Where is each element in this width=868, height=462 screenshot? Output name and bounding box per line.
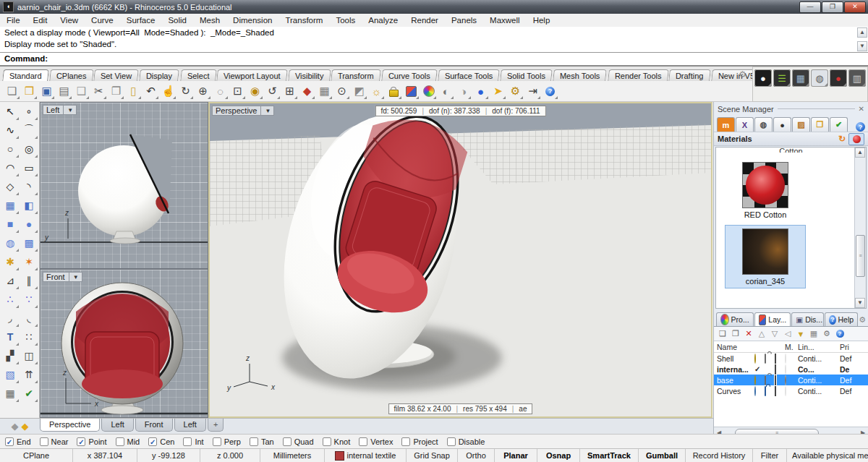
- maxwell-sphere-select-button[interactable]: ◍: [811, 69, 828, 87]
- maxwell-multilight-button[interactable]: ☰: [773, 69, 791, 87]
- toggle-gumball[interactable]: Gumball: [639, 449, 686, 462]
- toolbar-shade-sphere-2-button[interactable]: ◑: [455, 82, 472, 100]
- scene-check-tab[interactable]: ✔: [830, 117, 848, 132]
- toolbar-tab-select[interactable]: Select: [180, 69, 216, 81]
- tool-fillet-button[interactable]: ◞: [1, 309, 20, 328]
- osnap-int[interactable]: Int: [183, 437, 203, 446]
- tool-chamfer-button[interactable]: ◟: [20, 309, 38, 328]
- close-icon[interactable]: ✕: [859, 105, 864, 113]
- toolbar-layer-state-button[interactable]: [403, 82, 420, 100]
- tool-surface-patch-button[interactable]: ▦: [1, 196, 20, 215]
- menu-solid[interactable]: Solid: [161, 14, 193, 27]
- command-input[interactable]: Command:: [0, 53, 868, 67]
- toolbar-render-sphere-button[interactable]: ●: [472, 82, 489, 100]
- tool-surface-button[interactable]: ◧: [20, 196, 38, 215]
- layer-color-swatch[interactable]: [775, 364, 776, 375]
- chevron-down-icon[interactable]: ▼: [67, 107, 73, 114]
- toolbar-tab-viewport-layout[interactable]: Viewport Layout: [216, 69, 287, 81]
- diamond-icon[interactable]: ◆: [22, 421, 29, 432]
- toolbar-tab-visibility[interactable]: Visibility: [288, 69, 331, 81]
- maxwell-display-button[interactable]: ▦: [792, 69, 809, 87]
- tool-array-grid-button[interactable]: ▦: [1, 384, 20, 403]
- layer-color-swatch[interactable]: [775, 386, 776, 396]
- scene-materials-tab[interactable]: m: [717, 117, 735, 132]
- osnap-point[interactable]: ✓Point: [77, 437, 106, 446]
- checkbox-unchecked-icon[interactable]: [359, 437, 367, 446]
- menu-maxwell[interactable]: Maxwell: [483, 14, 527, 27]
- toolbar-tab-surface-tools[interactable]: Surface Tools: [438, 69, 500, 81]
- menu-mesh[interactable]: Mesh: [193, 14, 226, 27]
- viewport-front[interactable]: z x Front ▼: [40, 269, 208, 418]
- toolbar-lock-button[interactable]: [386, 82, 402, 100]
- toolbar-print-button[interactable]: ▤: [56, 82, 72, 100]
- layers-filter-button[interactable]: ▼: [795, 328, 807, 340]
- viewport-add-tab-button[interactable]: +: [208, 419, 224, 432]
- tool-rectangle-button[interactable]: ▭: [20, 158, 38, 177]
- layers-new-layer-button[interactable]: ❏: [717, 328, 728, 340]
- toolbar-open-file-button[interactable]: ❒: [21, 82, 38, 100]
- scene-folder-tab[interactable]: ❒: [811, 117, 829, 132]
- viewport-left[interactable]: z y Left ▼: [40, 102, 208, 269]
- toggle-planar[interactable]: Planar: [495, 449, 537, 462]
- osnap-vertex[interactable]: Vertex: [359, 437, 393, 446]
- checkbox-unchecked-icon[interactable]: [183, 437, 192, 446]
- checkbox-unchecked-icon[interactable]: [250, 437, 258, 446]
- layers-move-up-button[interactable]: △: [756, 328, 767, 340]
- scrollbar-thumb[interactable]: ≡: [856, 235, 865, 277]
- toolbar-plan-view-button[interactable]: ▦: [316, 82, 333, 100]
- toolbar-named-view-button[interactable]: ◆: [299, 82, 315, 100]
- toolbar-rotate-view-button[interactable]: ↻: [177, 82, 194, 100]
- toolbar-options-gear-button[interactable]: ⚙: [507, 82, 524, 100]
- toolbar-tab-drafting[interactable]: Drafting: [669, 69, 711, 81]
- toolbar-lamp-button[interactable]: ☼: [368, 82, 385, 100]
- osnap-knot[interactable]: Knot: [323, 437, 351, 446]
- checkbox-unchecked-icon[interactable]: [213, 437, 221, 446]
- material-item[interactable]: corian_345: [725, 225, 806, 288]
- osnap-cen[interactable]: ✓Cen: [148, 437, 174, 446]
- tool-select-pointer-button[interactable]: ↖: [1, 102, 20, 121]
- viewport-tab-left-3[interactable]: Left: [174, 419, 206, 432]
- toolbar-help-button[interactable]: ?: [542, 82, 558, 100]
- toolbar-tab-display[interactable]: Display: [140, 69, 180, 81]
- lock-icon[interactable]: [765, 386, 766, 396]
- toolbar-cplane-button[interactable]: ⊙: [333, 82, 350, 100]
- toolbar-viewport-layout-button[interactable]: ⊞: [281, 82, 298, 100]
- command-history[interactable]: Select a display mode ( Viewport=All Mod…: [0, 27, 868, 53]
- checkbox-unchecked-icon[interactable]: [323, 437, 331, 446]
- statusbar-cplane-button[interactable]: CPlane: [0, 449, 73, 462]
- tool-record-history-button[interactable]: ✔: [20, 384, 38, 403]
- tabbar-gear-icon[interactable]: ⚙: [739, 69, 746, 461]
- tool-arc-button[interactable]: ◠: [1, 158, 20, 177]
- titlebar[interactable]: ◖ aarnio_chair_io.3dm (6662 KB) - Rhinoc…: [0, 0, 868, 14]
- lock-icon[interactable]: [765, 354, 766, 364]
- material-dot-icon[interactable]: [785, 364, 786, 375]
- checkbox-checked-icon[interactable]: ✓: [77, 437, 85, 446]
- tool-curve-blend-button[interactable]: ◝: [20, 177, 38, 196]
- osnap-disable[interactable]: Disable: [447, 437, 485, 446]
- checkbox-unchecked-icon[interactable]: [447, 437, 456, 446]
- menu-file[interactable]: File: [0, 14, 27, 27]
- viewport-tab-left-1[interactable]: Left: [101, 419, 133, 432]
- toolbar-new-file-button[interactable]: ❏: [4, 82, 20, 100]
- toolbar-color-wheel-button[interactable]: [420, 82, 437, 100]
- panel-tab-lay[interactable]: Lay...: [754, 312, 791, 326]
- toolbar-tab-solid-tools[interactable]: Solid Tools: [501, 69, 553, 81]
- materials-scrollbar[interactable]: ▲ ≡ ▼: [854, 147, 866, 308]
- toolbar-tab-curve-tools[interactable]: Curve Tools: [381, 69, 438, 81]
- tool-point-cloud-button[interactable]: ∴: [1, 290, 20, 309]
- layer-row-base[interactable]: baseConti...Def: [714, 375, 868, 385]
- toolbar-paste-button[interactable]: ▯: [125, 82, 142, 100]
- layers-collapse-button[interactable]: ◁: [782, 328, 793, 340]
- toolbar-tab-transform[interactable]: Transform: [331, 69, 380, 81]
- osnap-project[interactable]: Project: [401, 437, 438, 446]
- toolbar-tab-render-tools[interactable]: Render Tools: [608, 69, 668, 81]
- tool-extrude-straight-button[interactable]: ⇈: [20, 365, 38, 384]
- toggle-ortho[interactable]: Ortho: [458, 449, 495, 462]
- menu-curve[interactable]: Curve: [85, 14, 120, 27]
- tool-curve-interpolate-button[interactable]: ⌒: [20, 121, 38, 140]
- scroll-down-icon[interactable]: ▼: [857, 41, 867, 51]
- menu-edit[interactable]: Edit: [27, 14, 54, 27]
- viewport-perspective[interactable]: z y x Perspective ▼ fd: 500.259| dof (n)…: [208, 102, 712, 418]
- panel-tab-help[interactable]: ?Help: [825, 312, 858, 326]
- material-dot-icon[interactable]: [785, 386, 786, 396]
